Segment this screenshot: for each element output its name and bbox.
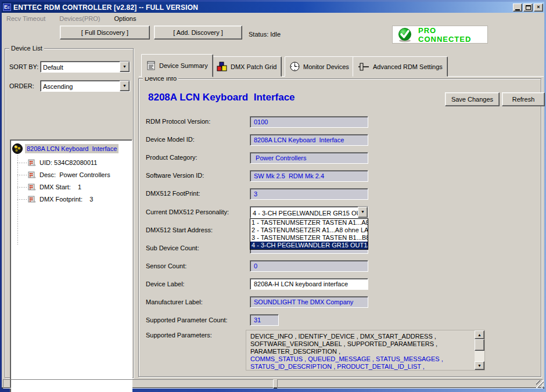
device-model-id-field: 8208A LCN Keyboard Interface [250,134,368,146]
tree-item-label: Desc: Power Controllers [39,171,110,178]
tab-label: Advanced RDM Settings [373,63,443,70]
pro-connected-label: PRO CONNECTED [418,26,487,44]
device-list-group-label: Device List [9,45,44,52]
device-tree[interactable]: 8208A LCN Keyboard Interface UID: 534C82… [10,139,132,392]
dropdown-option[interactable]: 1 - TASTENUMSETZER TASTEN A1...A8 [250,219,368,226]
slider-icon [358,62,369,71]
tab-monitor-devices[interactable]: Monitor Devices [285,56,354,77]
personality-value: 4 - 3-CH PEGELWANDLER GR15 OUT1/2/ [250,208,358,217]
scroll-down-icon[interactable]: ▼ [475,361,484,370]
patch-grid-icon [217,62,227,71]
tree-item-label: UID: 534C82080011 [39,159,97,166]
close-button[interactable]: × [534,3,543,12]
device-list-group: Device List SORT BY: Default ▼ ORDER: As… [5,48,134,378]
supported-parameters-line: SOFTWARE_VERSION_LABEL , SUPPORTED_PARAM… [246,340,484,348]
dmx512-footprint-field: 3 [250,188,368,200]
dropdown-option-selected[interactable]: 4 - 3-CH PEGELWANDLER GR15 OUT1/2/ [250,242,368,249]
sort-by-value: Default [41,63,120,71]
tree-root-label: 8208A LCN Keyboard Interface [25,144,118,153]
scrollbar-thumb[interactable] [475,339,484,351]
tab-advanced-rdm-settings[interactable]: Advanced RDM Settings [353,56,448,77]
sensor-count-field: 0 [250,260,368,272]
tab-label: DMX Patch Grid [231,63,276,70]
app-window: Ec ENTTEC RDM CONTROLLER [v2.82] -- FULL… [2,2,544,389]
software-version-id-field: SW Mk 2.5 RDM Mk 2.4 [250,170,368,182]
maximize-button[interactable] [523,3,533,12]
status-bar-left [3,379,274,389]
minimize-icon [515,9,520,10]
manufacturer-label-field: SOUNDLIGHT The DMX Company [250,296,368,308]
chip-icon [28,171,36,179]
title-bar[interactable]: Ec ENTTEC RDM CONTROLLER [v2.82] -- FULL… [2,2,544,13]
supported-parameters-line: COMMS_STATUS , QUEUED_MESSAGE , STATUS_M… [246,355,484,363]
menu-devices-pro: Devices(PRO) [58,14,101,23]
status-bar-right [277,379,543,389]
field-label: Sub Device Count: [146,244,199,251]
tree-root-item[interactable]: 8208A LCN Keyboard Interface [12,143,118,154]
field-label: Device Label: [146,280,185,287]
tab-device-summary[interactable]: Device Summary [141,54,213,77]
tree-connector [17,155,18,245]
sort-by-select[interactable]: Default ▼ [40,61,130,73]
supported-parameters-line: STATUS_ID_DESCRIPTION , PRODUCT_DETAIL_I… [246,363,484,371]
scroll-up-icon[interactable]: ▲ [475,330,484,339]
sort-by-label: SORT BY: [9,63,38,70]
resize-grip-icon[interactable] [536,380,544,388]
device-sphere-icon [12,143,23,154]
field-label: Product Category: [146,154,197,161]
tree-item-label: DMX Start: 1 [39,184,81,190]
menu-bar: Recv Timeout Devices(PRO) Options [2,13,544,24]
tree-item-desc[interactable]: Desc: Power Controllers [28,170,110,180]
personality-dropdown-list[interactable]: 1 - TASTENUMSETZER TASTEN A1...A8 2 - TA… [250,218,368,250]
supported-parameters-line: DEVICE_INFO , IDENTIFY_DEVICE , DMX_STAR… [246,333,484,340]
field-label: Supported Parameter Count: [146,317,228,323]
tab-label: Device Summary [159,62,208,69]
minimize-button[interactable] [513,3,522,12]
field-label: DMX512 Start Address: [146,226,213,233]
device-heading: 8208A LCN Keyboard Interface [148,92,295,103]
menu-options[interactable]: Options [113,14,138,23]
field-label: DMX512 FootPrint: [146,190,200,197]
maximize-icon [526,5,531,10]
chip-icon [28,184,36,191]
notepad-icon [146,61,156,70]
tree-item-label: DMX Footprint: 3 [39,196,93,203]
tree-item-dmx-start[interactable]: DMX Start: 1 [28,182,81,192]
dropdown-option[interactable]: 2 - TASTENUMSETZER A1...A8 ohne LA [250,226,368,234]
rdm-protocol-version-field: 0100 [250,116,368,128]
pro-connected-badge: PRO CONNECTED [392,26,488,44]
device-label-input[interactable]: 8208A-H LCN keyboard interface [250,278,368,290]
field-label: Supported Parameters: [146,332,212,339]
product-category-field: Power Controllers [250,152,368,164]
window-title: ENTTEC RDM CONTROLLER [v2.82] -- FULL VE… [13,3,198,12]
field-label: Sensor Count: [146,262,186,269]
menu-recv-timeout: Recv Timeout [5,14,46,23]
status-text: Status: Idle [249,31,281,38]
chevron-down-icon[interactable]: ▼ [120,81,130,91]
app-logo-icon: Ec [3,3,11,11]
field-label: Current DMX512 Personality: [146,208,229,215]
refresh-button[interactable]: Refresh [502,92,545,106]
supported-parameters-box: DEVICE_INFO , IDENTIFY_DEVICE , DMX_STAR… [246,330,485,371]
supported-parameter-count-field: 31 [250,314,279,326]
tree-item-dmx-footprint[interactable]: DMX Footprint: 3 [28,194,93,204]
order-value: Ascending [41,82,120,90]
order-select[interactable]: Ascending ▼ [40,80,130,92]
tab-dmx-patch-grid[interactable]: DMX Patch Grid [211,56,282,77]
tree-item-uid[interactable]: UID: 534C82080011 [28,157,97,168]
chevron-down-icon[interactable]: ▼ [358,207,368,218]
close-icon: × [537,4,540,10]
vertical-scrollbar[interactable]: ▲ ▼ [475,330,484,370]
full-discovery-button[interactable]: [ Full Discovery ] [60,26,150,39]
dropdown-option[interactable]: 3 - TASTENUMSETZER TASTEN B1...B8 [250,234,368,242]
field-label: Software Version ID: [146,172,204,179]
field-label: RDM Protocol Version: [146,118,210,125]
save-changes-button[interactable]: Save Changes [445,92,500,106]
chip-icon [28,159,36,167]
add-discovery-button[interactable]: [ Add. Discovery ] [154,26,242,39]
field-label: Manufacturer Label: [146,299,203,305]
personality-select[interactable]: 4 - 3-CH PEGELWANDLER GR15 OUT1/2/ ▼ [250,206,368,218]
supported-parameters-line: PARAMETER_DESCRIPTION , [246,348,484,355]
chip-icon [28,196,36,203]
chevron-down-icon[interactable]: ▼ [120,62,130,72]
